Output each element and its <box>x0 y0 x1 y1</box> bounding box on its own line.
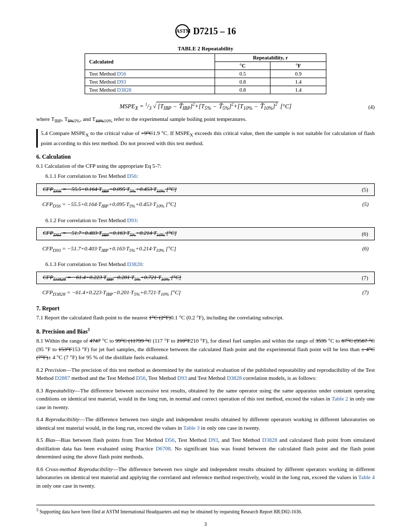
table-row: Test Method D3828 0.8 1.4 <box>85 86 326 94</box>
table2-container: TABLE 2 Repeatability Calculated Repeata… <box>85 45 326 94</box>
eq7-pair: CFPD3828 = −61.4+0.223·TIBP−0.201·T5%+0.… <box>36 272 375 299</box>
link-d56-85[interactable]: D56 <box>165 437 175 443</box>
para-tibp-note: where TIBP, T5%5%, and T10%10% refer to … <box>36 115 375 125</box>
th-repeatability: Repeatability, r <box>215 54 326 62</box>
footer-line: 3 Supporting data have been filed at AST… <box>36 505 375 515</box>
eq7-formula-plain: CFPD3828 = −61.4+0.223·TIBP−0.201·T5%+0.… <box>36 287 375 299</box>
section6-heading: 6. Calculation <box>36 154 375 160</box>
eq5-formula-plain: CFPD56 = −55.5+0.164·TIBP+0.095·T5%+0.45… <box>36 199 375 211</box>
table2: Calculated Repeatability, r °C °F Test M… <box>85 53 326 94</box>
eq6-formula-plain: CFPD93 = −51.7+0.403·TIBP+0.163·T5%+0.21… <box>36 243 375 255</box>
link-d93-85[interactable]: D93 <box>209 437 218 443</box>
sub61: 6.1 Calculation of the CFP using the app… <box>36 162 375 170</box>
sub613: 6.1.3 For correlation to Test Method D38… <box>45 260 375 269</box>
link-d3828-82[interactable]: D3828 <box>227 375 242 381</box>
link-d2887[interactable]: D2887 <box>55 375 70 381</box>
sub86: 8.6 Cross-method Reproducibility—The dif… <box>36 465 375 490</box>
equation4-number: (4) <box>368 104 375 110</box>
footnote3-text: Supporting data have been filed at ASTM … <box>39 509 302 514</box>
th-celsius: °C <box>215 62 270 70</box>
sub612: 6.1.2 For correlation to Test Method D93… <box>45 216 375 225</box>
para54: 5.4 Compare MSPEX to the critical value … <box>41 129 375 147</box>
section8-heading: 8. Precision and Bias3 <box>36 327 375 335</box>
para54-section: 5.4 Compare MSPEX to the critical value … <box>36 129 375 147</box>
d56-f: 0.9 <box>270 70 326 78</box>
method-d93: Test Method D93 <box>85 78 215 86</box>
link-d6708[interactable]: D6708 <box>156 445 171 451</box>
d3828-c: 0.8 <box>215 86 270 94</box>
d93-c: 0.8 <box>215 78 270 86</box>
method-d56: Test Method D56 <box>85 70 215 78</box>
footnote3: 3 Supporting data have been filed at AST… <box>36 507 375 515</box>
astm-logo: ASTM D7215 – 16 <box>36 24 375 38</box>
sub611: 6.1.1 For correlation to Test Method D56… <box>45 172 375 180</box>
doc-id: D7215 – 16 <box>193 26 236 37</box>
link-d3828-613[interactable]: D3828 <box>127 261 142 267</box>
d3828-f: 1.4 <box>270 86 326 94</box>
sub71: 7.1 Report the calculated flash point to… <box>36 313 375 322</box>
eq6-num: (6) <box>362 231 368 237</box>
sub83: 8.3 Repeatability—The difference between… <box>36 386 375 412</box>
astm-circle-icon: ASTM <box>175 24 189 38</box>
d56-c: 0.5 <box>215 70 270 78</box>
link-d56-611[interactable]: D56 <box>127 173 136 179</box>
eq5-formula-strike: CFPD56 = −55.5+0.164·TIBP+0.095·T5%+0.45… <box>43 186 177 193</box>
link-table4-86[interactable]: Table 4 <box>358 474 375 480</box>
link-d93[interactable]: D93 <box>117 79 126 85</box>
eq5-num: (5) <box>362 186 368 192</box>
page-number: 3 <box>36 521 375 527</box>
eq7-box-strike: CFPD3828 = −61.4+0.223·TIBP−0.201·T5%+0.… <box>36 272 375 284</box>
sub84: 8.4 Reproducibility—The difference betwe… <box>36 415 375 432</box>
table-header-row1: Calculated Repeatability, r <box>85 54 326 62</box>
section7-heading: 7. Report <box>36 305 375 311</box>
table-row: Test Method D93 0.8 1.4 <box>85 78 326 86</box>
eq6-box-strike: CFPD93 = −51.7+0.403·TIBP+0.163·T5%+0.21… <box>36 227 375 240</box>
link-d93-82[interactable]: D93 <box>177 375 187 381</box>
equation4-formula: MSPEX = 1/3 √[TIBP − T̂IBP]2+[T5% − T̂5%… <box>119 102 291 111</box>
eq7-num: (7) <box>362 275 368 281</box>
link-table3-84[interactable]: Table 3 <box>183 425 200 431</box>
eq6-pair: CFPD93 = −51.7+0.403·TIBP+0.163·T5%+0.21… <box>36 227 375 255</box>
eq7-formula-strike: CFPD3828 = −61.4+0.223·TIBP−0.201·T5%+0.… <box>43 274 181 282</box>
method-d3828: Test Method D3828 <box>85 86 215 94</box>
link-d3828[interactable]: D3828 <box>117 87 131 93</box>
link-d3828-85[interactable]: D3828 <box>262 437 277 443</box>
th-calculated: Calculated <box>85 54 215 70</box>
th-fahrenheit: °F <box>270 62 326 70</box>
table2-caption: TABLE 2 Repeatability <box>85 45 326 51</box>
equation4-block: MSPEX = 1/3 √[TIBP − T̂IBP]2+[T5% − T̂5%… <box>36 102 375 111</box>
link-d56-82[interactable]: D56 <box>136 375 146 381</box>
document-header: ASTM D7215 – 16 <box>36 24 375 38</box>
link-table2-83[interactable]: Table 2 <box>332 395 349 402</box>
eq5-pair: CFPD56 = −55.5+0.164·TIBP+0.095·T5%+0.45… <box>36 183 375 211</box>
sub81: 8.1 Within the range of 4747 °C to 99°C … <box>36 337 375 362</box>
sub85: 8.5 Bias—Bias between flash points from … <box>36 436 375 461</box>
link-d56[interactable]: D56 <box>117 71 126 77</box>
eq5-box-strike: CFPD56 = −55.5+0.164·TIBP+0.095·T5%+0.45… <box>36 183 375 196</box>
link-d93-612[interactable]: D93 <box>127 217 136 223</box>
d93-f: 1.4 <box>270 78 326 86</box>
sub82: 8.2 Precision—The precision of this test… <box>36 366 375 382</box>
table-row: Test Method D56 0.5 0.9 <box>85 70 326 78</box>
eq6-formula-strike: CFPD93 = −51.7+0.403·TIBP+0.163·T5%+0.21… <box>43 230 177 237</box>
